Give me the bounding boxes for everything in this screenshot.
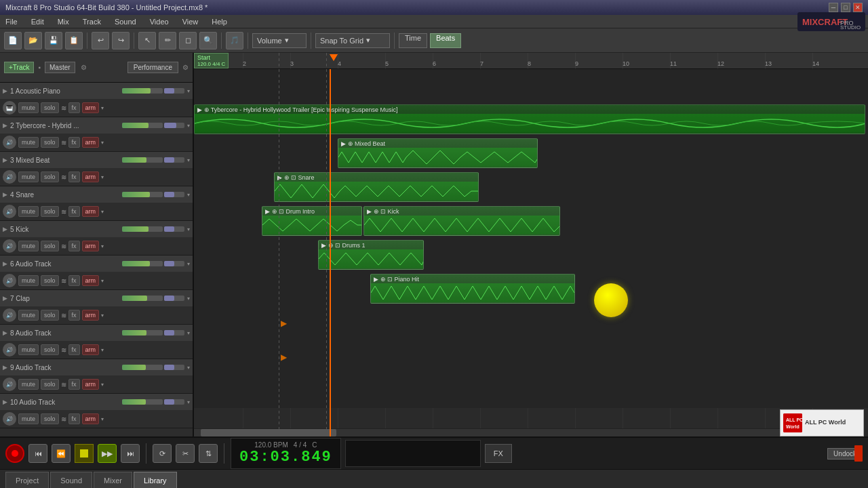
track-pan-slider-5[interactable]: [164, 226, 184, 232]
track-lane-5[interactable]: ▶ ⊕ ⊡ Drum Intro ▶ ⊕ ⊡ Kick: [194, 205, 868, 239]
solo-button-8[interactable]: solo: [41, 344, 59, 355]
clip-piano-hit[interactable]: ▶ ⊕ ⊡ Piano Hit: [370, 274, 575, 304]
track-header-3[interactable]: ▶ 3 Mixed Beat ▾: [0, 152, 193, 168]
track-body-6[interactable]: ▶ ⊕ ⊡ Drums 1: [194, 239, 868, 272]
arm-button-5[interactable]: arm: [82, 241, 100, 251]
scratch-tool[interactable]: ✂: [176, 444, 195, 463]
rewind-start-button[interactable]: ⏮: [28, 444, 47, 463]
eq-icon-5[interactable]: ≋: [61, 243, 66, 250]
track-lane-2[interactable]: ▶ ⊕ Tybercore - Hybrid Hollywood Trailer…: [194, 103, 868, 137]
loop-button[interactable]: ⟳: [153, 444, 172, 463]
scrollbar-thumb[interactable]: [201, 429, 336, 436]
track-header-7[interactable]: ▶ 7 Clap ▾: [0, 290, 193, 306]
track-lane-3[interactable]: ▶ ⊕ Mixed Beat: [194, 137, 868, 171]
eq-icon-8[interactable]: ≋: [61, 346, 66, 354]
track-vol-slider-8[interactable]: [122, 330, 163, 336]
close-button[interactable]: ✕: [853, 3, 863, 12]
menu-view[interactable]: View: [180, 16, 201, 27]
undo-button[interactable]: ↩: [92, 32, 109, 49]
clip-mixed-beat[interactable]: ▶ ⊕ Mixed Beat: [338, 138, 538, 168]
ruler[interactable]: Start 120.0 4/4 C 1 2 3 4 5 6 7 8 9 10 1…: [194, 53, 868, 69]
eq-icon-2[interactable]: ≋: [61, 139, 66, 146]
track-ctrl-arrow-6[interactable]: ▾: [101, 278, 104, 284]
arm-button-9[interactable]: arm: [82, 379, 100, 390]
track-lane-8[interactable]: ▶: [194, 306, 868, 340]
track-ctrl-arrow-4[interactable]: ▾: [101, 209, 104, 215]
open-button[interactable]: 📂: [24, 32, 42, 49]
tab-sound[interactable]: Sound: [50, 472, 92, 488]
track-lane-10[interactable]: [194, 374, 868, 408]
mute-button-8[interactable]: mute: [18, 344, 39, 355]
eq-icon-6[interactable]: ≋: [61, 277, 66, 285]
fx-button-10[interactable]: fx: [68, 413, 80, 424]
record-button[interactable]: [5, 444, 24, 463]
track-header-1[interactable]: ▶ 1 Acoustic Piano ▾: [0, 83, 193, 99]
track-vol-slider-3[interactable]: [122, 157, 163, 163]
track-pan-slider-4[interactable]: [164, 192, 184, 197]
tab-project[interactable]: Project: [5, 472, 49, 488]
menu-video[interactable]: Video: [147, 16, 172, 27]
track-header-10[interactable]: ▶ 10 Audio Track ▾: [0, 394, 193, 410]
rewind-button[interactable]: ⏪: [52, 444, 71, 463]
track-lane-4[interactable]: ▶ ⊕ ⊡ Snare: [194, 171, 868, 205]
track-pan-slider-8[interactable]: [164, 330, 184, 336]
track-pan-slider-10[interactable]: [164, 399, 184, 405]
track-menu-arrow-2[interactable]: ▾: [187, 123, 190, 129]
track-body-4[interactable]: ▶ ⊕ ⊡ Snare: [194, 171, 868, 205]
solo-button-10[interactable]: solo: [41, 413, 59, 424]
mute-button-3[interactable]: mute: [18, 171, 39, 182]
track-menu-arrow-3[interactable]: ▾: [187, 157, 190, 163]
mute-button-7[interactable]: mute: [18, 310, 39, 321]
track-vol-slider-7[interactable]: [122, 296, 163, 301]
fx-button-1[interactable]: fx: [68, 102, 80, 113]
track-lane-6[interactable]: ▶ ⊕ ⊡ Drums 1: [194, 239, 868, 272]
save-button[interactable]: 💾: [45, 32, 62, 49]
eq-icon-3[interactable]: ≋: [61, 174, 66, 181]
track-menu-arrow-10[interactable]: ▾: [187, 399, 190, 405]
tab-mixer[interactable]: Mixer: [94, 472, 132, 488]
track-menu-arrow-4[interactable]: ▾: [187, 192, 190, 198]
arm-button-2[interactable]: arm: [82, 137, 100, 148]
master-button[interactable]: Master: [45, 62, 75, 73]
track-lane-9[interactable]: ▶: [194, 340, 868, 374]
fx-master-button[interactable]: FX: [485, 444, 512, 463]
clip-tybercore[interactable]: ▶ ⊕ Tybercore - Hybrid Hollywood Trailer…: [194, 104, 865, 134]
tab-library[interactable]: Library: [134, 472, 177, 488]
track-pan-slider-2[interactable]: [164, 123, 184, 128]
solo-button-9[interactable]: solo: [41, 379, 59, 390]
solo-button-5[interactable]: solo: [41, 241, 59, 251]
fx-button-3[interactable]: fx: [68, 171, 80, 182]
mute-button-4[interactable]: mute: [18, 206, 39, 217]
menu-track[interactable]: Track: [80, 16, 104, 27]
eq-icon-7[interactable]: ≋: [61, 312, 66, 319]
arm-button-7[interactable]: arm: [82, 310, 100, 321]
mute-button-5[interactable]: mute: [18, 241, 39, 251]
fx-button-4[interactable]: fx: [68, 206, 80, 217]
perf-settings-icon[interactable]: ⚙: [182, 64, 189, 71]
menu-sound[interactable]: Sound: [112, 16, 139, 27]
track-pan-slider-7[interactable]: [164, 296, 184, 301]
arm-button-8[interactable]: arm: [82, 344, 100, 355]
fx-button-6[interactable]: fx: [68, 275, 80, 286]
fx-button-7[interactable]: fx: [68, 310, 80, 321]
track-body-9[interactable]: ▶: [194, 340, 868, 374]
track-ctrl-arrow-5[interactable]: ▾: [101, 243, 104, 249]
track-vol-slider-2[interactable]: [122, 123, 163, 128]
solo-button-4[interactable]: solo: [41, 206, 59, 217]
mute-button-1[interactable]: mute: [18, 102, 39, 113]
track-menu-arrow-7[interactable]: ▾: [187, 296, 190, 302]
arm-button-4[interactable]: arm: [82, 206, 100, 217]
track-header-9[interactable]: ▶ 9 Audio Track ▾: [0, 359, 193, 375]
track-body-1[interactable]: [194, 69, 868, 103]
track-ctrl-arrow-9[interactable]: ▾: [101, 382, 104, 388]
add-track-button[interactable]: +Track: [4, 62, 34, 73]
beats-button[interactable]: Beats: [430, 33, 461, 48]
pencil-tool[interactable]: ✏: [159, 32, 176, 49]
eraser-tool[interactable]: ◻: [179, 32, 197, 49]
minimize-button[interactable]: ─: [829, 3, 838, 12]
midi-button[interactable]: 🎵: [226, 32, 243, 49]
eq-icon-4[interactable]: ≋: [61, 208, 66, 216]
track-ctrl-arrow-7[interactable]: ▾: [101, 312, 104, 319]
fx-button-8[interactable]: fx: [68, 344, 80, 355]
track-pan-slider-3[interactable]: [164, 157, 184, 163]
